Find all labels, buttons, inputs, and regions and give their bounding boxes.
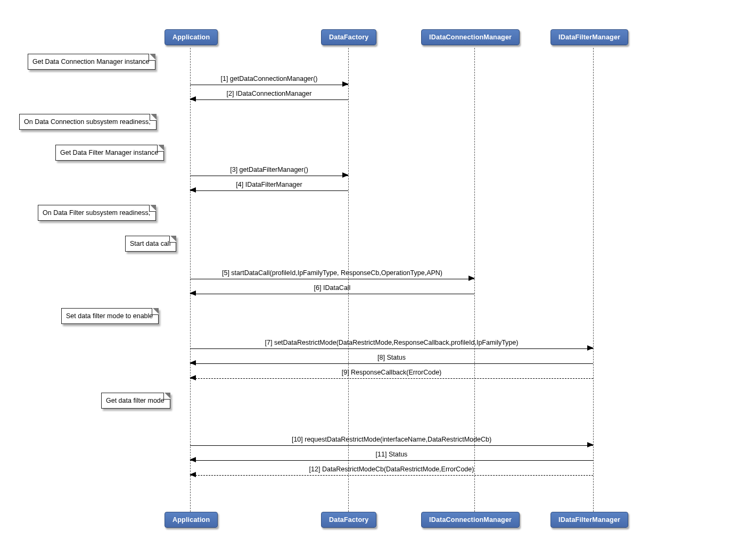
participant-label: IDataConnectionManager [429, 34, 512, 41]
msg-11: [11] Status [190, 452, 593, 462]
note-get-data-connection-manager: Get Data Connection Manager instance [28, 54, 155, 70]
participant-idatafiltermanager-top: IDataFilterManager [550, 29, 628, 45]
msg-label: [7] setDataRestrictMode(DataRestrictMode… [190, 339, 593, 346]
msg-7: [7] setDataRestrictMode(DataRestrictMode… [190, 340, 593, 351]
msg-12: [12] DataRestrictModeCb(DataRestrictMode… [190, 467, 593, 477]
participant-label: DataFactory [329, 516, 368, 524]
participant-idatafiltermanager-bottom: IDataFilterManager [550, 512, 628, 528]
note-text: Set data filter mode to enable [66, 312, 153, 320]
note-text: Start data call [130, 240, 170, 247]
msg-label: [11] Status [190, 451, 593, 458]
participant-idataconnectionmanager-top: IDataConnectionManager [421, 29, 520, 45]
participant-label: Application [172, 516, 210, 524]
note-on-filter-readiness: On Data Filter subsystem readiness, [38, 205, 156, 221]
note-text: Get data filter mode [106, 397, 165, 404]
msg-label: [8] Status [190, 354, 593, 361]
participant-datafactory-bottom: DataFactory [321, 512, 376, 528]
msg-1: [1] getDataConnectionManager() [190, 76, 348, 87]
participant-datafactory-top: DataFactory [321, 29, 376, 45]
participant-label: IDataFilterManager [558, 34, 620, 41]
msg-3: [3] getDataFilterManager() [190, 167, 348, 178]
msg-9: [9] ResponseCallback(ErrorCode) [190, 370, 593, 380]
participant-idataconnectionmanager-bottom: IDataConnectionManager [421, 512, 520, 528]
msg-label: [3] getDataFilterManager() [190, 166, 348, 173]
participant-application-bottom: Application [165, 512, 218, 528]
msg-8: [8] Status [190, 355, 593, 365]
msg-label: [6] IDataCall [190, 284, 474, 292]
msg-label: [2] IDataConnectionManager [190, 90, 348, 97]
note-text: Get Data Filter Manager instance [60, 149, 158, 156]
note-set-data-filter-mode: Set data filter mode to enable [61, 308, 159, 324]
msg-label: [9] ResponseCallback(ErrorCode) [190, 369, 593, 376]
note-text: On Data Filter subsystem readiness, [43, 209, 150, 217]
note-start-data-call: Start data call [125, 236, 176, 252]
msg-6: [6] IDataCall [190, 285, 474, 296]
participant-label: Application [172, 34, 210, 41]
participant-label: IDataFilterManager [558, 516, 620, 524]
msg-4: [4] IDataFilterManager [190, 182, 348, 193]
msg-label: [1] getDataConnectionManager() [190, 75, 348, 82]
note-text: Get Data Connection Manager instance [32, 58, 150, 65]
note-get-data-filter-mode: Get data filter mode [101, 393, 170, 409]
msg-10: [10] requestDataRestrictMode(interfaceNa… [190, 437, 593, 447]
msg-2: [2] IDataConnectionManager [190, 91, 348, 102]
msg-5: [5] startDataCall(profileId,IpFamilyType… [190, 270, 474, 281]
note-text: On Data Connection subsystem readiness, [24, 118, 151, 126]
note-on-connection-readiness: On Data Connection subsystem readiness, [19, 114, 157, 130]
participant-application-top: Application [165, 29, 218, 45]
msg-label: [4] IDataFilterManager [190, 181, 348, 188]
participant-label: DataFactory [329, 34, 368, 41]
msg-label: [5] startDataCall(profileId,IpFamilyType… [190, 269, 474, 277]
participant-label: IDataConnectionManager [429, 516, 512, 524]
msg-label: [10] requestDataRestrictMode(interfaceNa… [190, 436, 593, 443]
sequence-diagram: Application DataFactory IDataConnectionM… [0, 0, 756, 540]
msg-label: [12] DataRestrictModeCb(DataRestrictMode… [190, 466, 593, 473]
note-get-data-filter-manager: Get Data Filter Manager instance [55, 145, 164, 161]
